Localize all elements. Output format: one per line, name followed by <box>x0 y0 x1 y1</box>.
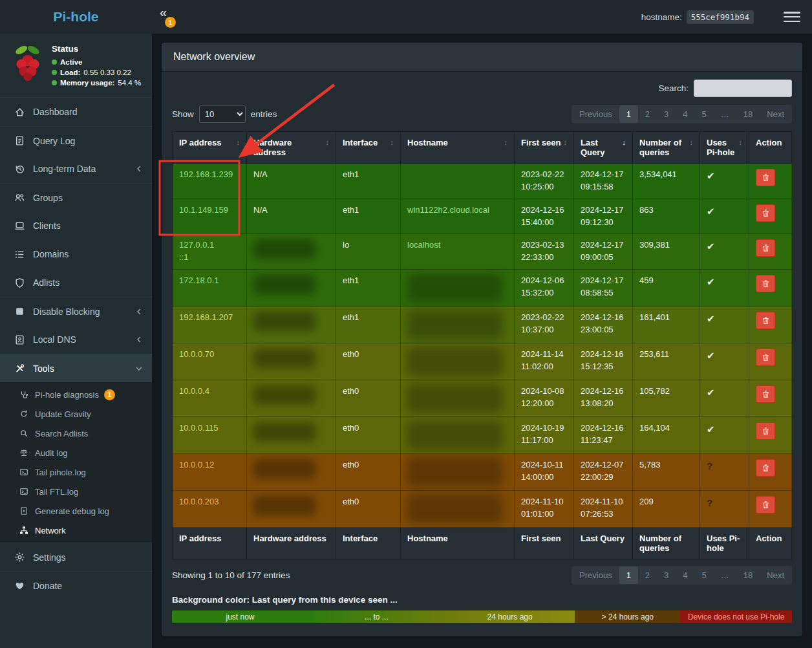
sidebar-item-audit-log[interactable]: Audit log <box>0 443 152 462</box>
uses-pihole-check: ✔ <box>707 241 715 252</box>
queries-cell: 5,783 <box>633 454 700 491</box>
column-header-hardware[interactable]: Hardware address↕ <box>247 132 336 164</box>
delete-button[interactable] <box>756 349 775 366</box>
sidebar-item-dashboard[interactable]: Dashboard <box>0 98 152 126</box>
pagination-page-18[interactable]: 18 <box>736 105 760 123</box>
sidebar-item-network[interactable]: Network <box>0 521 152 540</box>
sidebar-item-groups[interactable]: Groups <box>0 183 152 211</box>
hw-cell: N/A <box>247 164 336 199</box>
sidebar-collapse-button[interactable]: « 1 <box>152 0 178 34</box>
history-icon <box>14 164 25 175</box>
sidebar-item-local-dns[interactable]: Local DNS <box>0 325 152 354</box>
delete-button[interactable] <box>756 312 775 329</box>
sidebar-item-query-log[interactable]: Query Log <box>0 126 152 155</box>
column-header-queries[interactable]: Number of queries↕ <box>633 132 700 164</box>
sidebar-item-search-adlists[interactable]: Search Adlists <box>0 424 152 443</box>
entries-select[interactable]: 10 <box>199 105 246 123</box>
pagination-page-5[interactable]: 5 <box>695 567 714 584</box>
hostname-link[interactable]: win1122h2.cloud.local <box>407 205 489 215</box>
table-row: 10.0.0.203 eth0 2024-11-10 01:01:00 2024… <box>173 491 792 528</box>
delete-button[interactable] <box>756 275 775 292</box>
table-row: 172.18.0.1 eth1 2024-12-06 15:32:00 2024… <box>173 270 792 307</box>
ip-link[interactable]: 192.168.1.207 <box>179 312 233 322</box>
last-query-cell: 2024-12-17 09:00:05 <box>574 234 633 270</box>
last-query-cell: 2024-11-10 07:26:53 <box>574 491 633 528</box>
pagination-page-4[interactable]: 4 <box>676 105 694 123</box>
column-header-uses-pihole[interactable]: Uses Pi-hole↕ <box>700 132 749 164</box>
sort-icon: ↕ <box>690 138 694 157</box>
ip-link[interactable]: 10.0.0.115 <box>179 423 218 433</box>
hw-cell <box>247 234 336 270</box>
delete-button[interactable] <box>756 385 775 403</box>
pagination-next[interactable]: Next <box>760 105 791 123</box>
redacted-blur <box>253 422 315 442</box>
ip-link[interactable]: 127.0.0.1 <box>179 240 214 250</box>
sidebar-item-update-gravity[interactable]: Update Gravity <box>0 404 152 424</box>
entries-label: entries <box>251 109 277 119</box>
legend-title: Background color: Last query from this d… <box>172 595 792 605</box>
interface-cell: eth1 <box>336 164 401 199</box>
sidebar-item-clients[interactable]: Clients <box>0 211 152 240</box>
sidebar-item-tail-pihole-log[interactable]: Tail pihole.log <box>0 462 152 482</box>
trash-icon <box>762 173 770 182</box>
pagination-page-1[interactable]: 1 <box>619 567 638 584</box>
column-header-first-seen[interactable]: First seen↕ <box>515 132 574 164</box>
sidebar-item-tools[interactable]: Tools <box>0 354 152 382</box>
heart-icon <box>14 580 25 591</box>
redacted-blur <box>407 347 502 376</box>
sidebar-item-longterm-data[interactable]: Long-term Data <box>0 155 152 183</box>
sidebar-item-pihole-diagnosis[interactable]: Pi-hole diagnosis 1 <box>0 385 152 404</box>
sidebar-item-disable-blocking[interactable]: Disable Blocking <box>0 297 152 325</box>
hw-cell: N/A <box>247 199 336 234</box>
column-header-hostname[interactable]: Hostname↕ <box>401 132 515 164</box>
pagination-page-2[interactable]: 2 <box>638 567 657 584</box>
sidebar-item-generate-debug-log[interactable]: Generate debug log <box>0 501 152 521</box>
table-row: 10.0.0.4 eth0 2024-10-08 12:20:00 2024-1… <box>173 380 792 417</box>
hostname-link[interactable]: localhost <box>407 240 440 250</box>
status-dot-icon <box>52 59 57 65</box>
delete-button[interactable] <box>756 459 775 477</box>
first-seen-cell: 2024-10-19 11:17:00 <box>515 417 574 454</box>
ip-link[interactable]: 10.0.0.203 <box>179 497 219 506</box>
ip-link[interactable]: ::1 <box>179 252 188 262</box>
column-header-interface[interactable]: Interface↕ <box>336 132 401 164</box>
search-input[interactable] <box>694 80 792 97</box>
ip-link[interactable]: 172.18.0.1 <box>179 275 219 285</box>
pagination-page-5[interactable]: 5 <box>695 105 714 123</box>
delete-button[interactable] <box>756 239 775 257</box>
sidebar-item-settings[interactable]: Settings <box>0 543 152 571</box>
ip-link[interactable]: 10.1.149.159 <box>179 205 228 215</box>
delete-button[interactable] <box>756 496 775 513</box>
delete-button[interactable] <box>756 204 775 222</box>
delete-button[interactable] <box>756 169 775 186</box>
delete-button[interactable] <box>756 422 775 440</box>
pagination-page-3[interactable]: 3 <box>657 567 676 584</box>
pagination-previous[interactable]: Previous <box>572 105 619 123</box>
first-seen-cell: 2024-12-16 15:40:00 <box>515 199 574 234</box>
ip-link[interactable]: 10.0.0.70 <box>179 349 214 359</box>
show-entries-control: Show 10 entries <box>172 105 277 123</box>
pagination-page-18[interactable]: 18 <box>736 567 760 584</box>
column-header-last-query[interactable]: Last Query↓ <box>574 132 633 164</box>
column-header-action: Action <box>749 132 792 164</box>
background-color-legend: Background color: Last query from this d… <box>172 595 792 623</box>
pagination-next[interactable]: Next <box>760 567 791 584</box>
sidebar-item-domains[interactable]: Domains <box>0 240 152 268</box>
ip-link[interactable]: 10.0.0.4 <box>179 386 209 396</box>
pagination-previous[interactable]: Previous <box>572 567 619 584</box>
pagination-page-2[interactable]: 2 <box>638 105 657 123</box>
ip-link[interactable]: 192.168.1.239 <box>179 169 233 179</box>
hamburger-menu-icon[interactable] <box>784 10 800 23</box>
sidebar-item-adlists[interactable]: Adlists <box>0 268 152 297</box>
sidebar-item-donate[interactable]: Donate <box>0 571 152 599</box>
pagination-page-4[interactable]: 4 <box>676 567 694 584</box>
queries-cell: 209 <box>633 491 700 528</box>
sidebar-item-tail-ftl-log[interactable]: Tail FTL.log <box>0 482 152 501</box>
pagination-page-1[interactable]: 1 <box>619 105 638 123</box>
app-logo[interactable]: Pi-hole <box>0 9 152 25</box>
ip-link[interactable]: 10.0.0.12 <box>179 460 214 470</box>
trash-icon <box>762 353 770 362</box>
stop-icon <box>14 306 25 317</box>
pagination-page-3[interactable]: 3 <box>657 105 676 123</box>
column-header-ip[interactable]: IP address↕ <box>173 132 247 164</box>
